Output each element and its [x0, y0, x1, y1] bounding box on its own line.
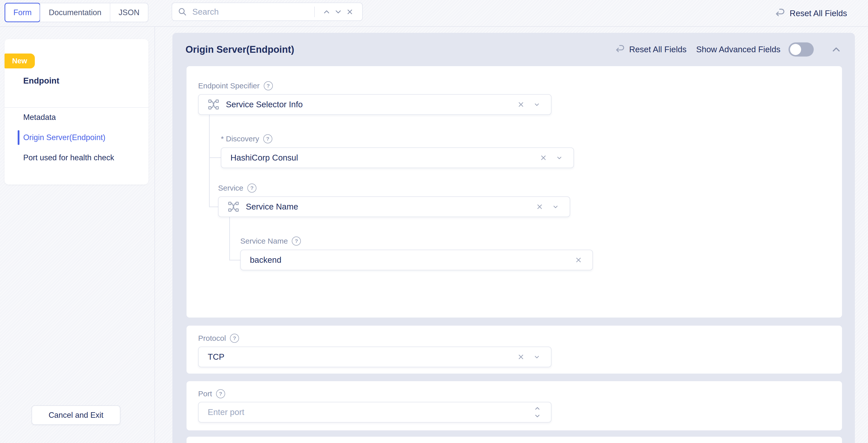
protocol-select[interactable]: TCP — [198, 347, 552, 367]
port-label: Port — [198, 388, 225, 399]
search-clear-icon[interactable] — [344, 6, 355, 18]
field-label-text: Service Name — [240, 237, 288, 245]
endpoint-specifier-section: Endpoint Specifier Service Selector Info — [187, 66, 842, 318]
new-badge: New — [4, 54, 35, 68]
select-value: TCP — [208, 352, 224, 362]
tab-json[interactable]: JSON — [110, 3, 148, 22]
sidebar-item-health-check-port[interactable]: Port used for health check — [4, 148, 148, 168]
port-section: Port — [187, 381, 842, 431]
help-icon[interactable] — [263, 134, 272, 144]
port-input[interactable] — [208, 407, 534, 417]
clear-icon[interactable] — [575, 256, 582, 264]
field-label-text: Protocol — [198, 334, 226, 343]
undo-icon — [615, 44, 625, 55]
panel-reset-all-fields-button[interactable]: Reset All Fields — [615, 44, 686, 55]
service-name-input[interactable] — [250, 255, 575, 265]
view-tabs: Form Documentation JSON — [4, 3, 148, 22]
search-icon — [178, 7, 187, 17]
clear-icon[interactable] — [517, 353, 525, 361]
sidebar-nav: Metadata Origin Server(Endpoint) Port us… — [4, 107, 148, 168]
clear-icon[interactable] — [536, 203, 544, 211]
origin-server-panel: Origin Server(Endpoint) Reset All Fields… — [173, 33, 855, 443]
active-indicator — [18, 130, 20, 145]
toggle-knob — [790, 44, 801, 55]
field-label-text: * Discovery — [221, 134, 259, 143]
protocol-section: Protocol TCP — [187, 326, 842, 374]
service-select[interactable]: Service Name — [218, 196, 570, 217]
help-icon[interactable] — [247, 184, 256, 193]
selector-icon — [208, 99, 219, 110]
sidebar-item-label: Metadata — [23, 113, 56, 122]
tree-connector — [209, 157, 221, 158]
cancel-and-exit-button[interactable]: Cancel and Exit — [32, 405, 120, 425]
chevron-down-icon[interactable] — [533, 353, 541, 361]
panel-header-actions: Reset All Fields Show Advanced Fields — [615, 42, 842, 57]
panel-title: Origin Server(Endpoint) — [186, 44, 294, 55]
help-icon[interactable] — [216, 389, 225, 398]
page: Form Documentation JSON Reset A — [0, 0, 868, 443]
tab-documentation[interactable]: Documentation — [40, 3, 110, 22]
select-value: Service Selector Info — [226, 100, 303, 109]
port-stepper — [534, 405, 541, 419]
next-section-partial — [187, 437, 842, 443]
panel-header: Origin Server(Endpoint) Reset All Fields… — [173, 33, 855, 66]
search-bar — [172, 2, 363, 21]
service-name-label: Service Name — [240, 235, 301, 247]
chevron-down-icon[interactable] — [552, 203, 560, 211]
select-value: HashiCorp Consul — [230, 153, 298, 163]
sidebar: New Endpoint Metadata Origin Server(Endp… — [0, 27, 155, 443]
undo-icon — [775, 8, 786, 19]
discovery-label: * Discovery — [221, 133, 272, 145]
tab-form[interactable]: Form — [5, 3, 40, 22]
tree-connector — [209, 207, 218, 207]
chevron-down-icon[interactable] — [533, 100, 541, 108]
service-label: Service — [218, 183, 256, 194]
discovery-select[interactable]: HashiCorp Consul — [221, 148, 574, 168]
help-icon[interactable] — [292, 236, 301, 246]
sidebar-card: New Endpoint Metadata Origin Server(Endp… — [4, 39, 148, 185]
field-label-text: Service — [218, 184, 243, 192]
search-next-icon[interactable] — [333, 6, 344, 18]
selector-icon — [228, 201, 239, 213]
chevron-down-icon[interactable] — [555, 154, 563, 162]
help-icon[interactable] — [264, 81, 273, 90]
main-content: Origin Server(Endpoint) Reset All Fields… — [155, 27, 868, 443]
tree-connector — [209, 115, 210, 207]
collapse-panel-button[interactable] — [830, 44, 842, 55]
sidebar-heading: Endpoint — [23, 76, 59, 86]
panel-reset-all-label: Reset All Fields — [629, 45, 686, 54]
reset-all-fields-button[interactable]: Reset All Fields — [775, 0, 847, 27]
field-label-text: Port — [198, 389, 212, 398]
endpoint-specifier-label: Endpoint Specifier — [198, 80, 273, 91]
topbar: Form Documentation JSON Reset A — [0, 0, 868, 27]
sidebar-item-metadata[interactable]: Metadata — [4, 107, 148, 127]
clear-icon[interactable] — [539, 154, 547, 162]
service-name-input-wrap — [240, 250, 593, 270]
help-icon[interactable] — [230, 334, 239, 343]
sidebar-item-label: Port used for health check — [23, 153, 114, 162]
search-input[interactable] — [192, 7, 312, 17]
port-input-wrap — [198, 402, 552, 422]
show-advanced-fields-toggle[interactable] — [788, 42, 814, 57]
stepper-up-icon[interactable] — [534, 405, 541, 411]
sidebar-item-origin-server[interactable]: Origin Server(Endpoint) — [4, 127, 148, 148]
search-prev-icon[interactable] — [321, 6, 333, 18]
search-divider — [314, 6, 315, 17]
tree-connector — [229, 217, 230, 260]
tree-connector — [229, 260, 240, 260]
reset-all-fields-label: Reset All Fields — [790, 8, 847, 18]
protocol-label: Protocol — [198, 333, 239, 344]
field-label-text: Endpoint Specifier — [198, 82, 260, 90]
select-value: Service Name — [246, 202, 298, 212]
stepper-down-icon[interactable] — [534, 413, 541, 419]
show-advanced-fields-label: Show Advanced Fields — [696, 45, 780, 54]
clear-icon[interactable] — [517, 101, 525, 108]
sidebar-item-label: Origin Server(Endpoint) — [23, 133, 105, 142]
endpoint-specifier-select[interactable]: Service Selector Info — [198, 94, 552, 115]
